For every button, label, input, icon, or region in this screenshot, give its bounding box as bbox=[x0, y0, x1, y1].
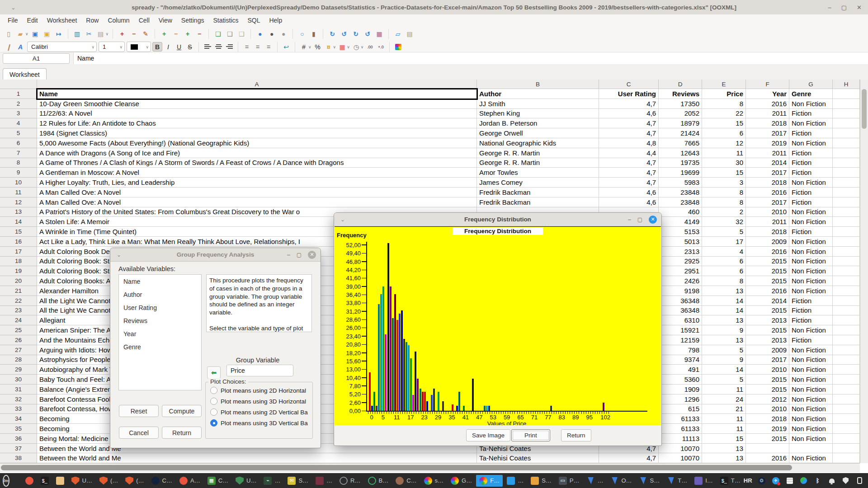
cell[interactable]: User Rating bbox=[599, 89, 659, 99]
row-header[interactable]: 34 bbox=[0, 414, 37, 424]
cell[interactable]: 36348 bbox=[659, 306, 702, 316]
cell[interactable]: 2013 bbox=[746, 335, 789, 345]
cell[interactable]: 4,6 bbox=[599, 197, 659, 207]
underline-button[interactable]: U bbox=[174, 42, 184, 52]
cell[interactable]: George R. R. Martin bbox=[477, 158, 599, 168]
cell[interactable]: 24 bbox=[702, 394, 746, 404]
export-icon[interactable]: ↦ bbox=[53, 28, 64, 39]
column-header-a[interactable]: A bbox=[37, 80, 477, 89]
cell[interactable]: 4,7 bbox=[599, 158, 659, 168]
cell[interactable]: Amor Towles bbox=[477, 168, 599, 178]
cell[interactable]: 2016 bbox=[746, 247, 789, 257]
fd-close-button[interactable]: ✕ bbox=[649, 216, 657, 224]
cell[interactable]: Non Fiction bbox=[789, 453, 833, 463]
cell[interactable]: 4,8 bbox=[599, 138, 659, 148]
cell[interactable]: 11/22/63: A Novel bbox=[37, 109, 477, 119]
taskbar-item[interactable]: … bbox=[583, 475, 606, 487]
row-header[interactable]: 11 bbox=[0, 188, 37, 197]
cell[interactable] bbox=[833, 266, 860, 276]
cell[interactable]: 2015 bbox=[746, 306, 789, 316]
cell[interactable]: 13 bbox=[702, 335, 746, 345]
dropdown-caret-icon[interactable]: ∨ bbox=[106, 32, 109, 36]
cell[interactable]: 2019 bbox=[746, 424, 789, 434]
sheet-tab-worksheet[interactable]: Worksheet bbox=[3, 68, 47, 80]
cell[interactable]: 18979 bbox=[659, 118, 702, 128]
cell[interactable]: 13 bbox=[702, 286, 746, 296]
strikethrough-button[interactable]: S bbox=[185, 42, 195, 52]
variable-item-year[interactable]: Year bbox=[119, 327, 201, 340]
cell[interactable]: 21424 bbox=[659, 128, 702, 138]
cell[interactable] bbox=[833, 325, 860, 335]
cell[interactable]: Non Fiction bbox=[789, 345, 833, 355]
cell[interactable]: Non Fiction bbox=[789, 355, 833, 365]
gfa-minimize-button[interactable]: – bbox=[287, 252, 290, 258]
cell[interactable]: 2017 bbox=[746, 168, 789, 178]
taskbar-item[interactable]: $_ bbox=[38, 475, 52, 487]
transform-icon[interactable]: ▦ bbox=[374, 28, 385, 39]
row-header[interactable]: 1 bbox=[0, 89, 37, 99]
cell[interactable]: Fredrik Backman bbox=[477, 197, 599, 207]
cell[interactable]: Fiction bbox=[789, 148, 833, 158]
row-header[interactable]: 15 bbox=[0, 227, 37, 237]
gfa-window-menu-icon[interactable]: ⌄ bbox=[117, 252, 121, 258]
percent-format-button[interactable]: % bbox=[313, 42, 323, 52]
unmerge-button[interactable]: = bbox=[264, 42, 274, 52]
cell[interactable]: 9374 bbox=[659, 355, 702, 365]
close-button[interactable]: ✕ bbox=[857, 4, 862, 11]
cell[interactable]: Fiction bbox=[789, 306, 833, 316]
delete-column-icon[interactable]: − bbox=[194, 28, 205, 39]
cell[interactable]: Non Fiction bbox=[789, 365, 833, 375]
cell[interactable] bbox=[833, 89, 860, 99]
menu-settings[interactable]: Settings bbox=[177, 16, 208, 25]
taskbar-item[interactable]: I… bbox=[691, 475, 716, 487]
taskbar-item[interactable]: C… bbox=[148, 475, 175, 487]
row-header[interactable]: 4 bbox=[0, 118, 37, 128]
cell[interactable] bbox=[833, 394, 860, 404]
cell[interactable]: Non Fiction bbox=[789, 424, 833, 434]
cell[interactable]: 5 bbox=[702, 375, 746, 385]
cell[interactable]: Non Fiction bbox=[789, 118, 833, 128]
cell[interactable] bbox=[833, 128, 860, 138]
vertical-scrollbar-thumb[interactable] bbox=[862, 89, 867, 129]
cell[interactable]: 2018 bbox=[746, 118, 789, 128]
cell[interactable]: 4,7 bbox=[599, 99, 659, 109]
cell[interactable]: Name bbox=[37, 89, 477, 99]
row-header[interactable]: 2 bbox=[0, 99, 37, 109]
paste-icon[interactable]: ▤ bbox=[95, 28, 106, 39]
cell[interactable]: 19699 bbox=[659, 168, 702, 178]
new-document-icon[interactable]: ▯ bbox=[3, 28, 14, 39]
cell[interactable]: 2015 bbox=[746, 434, 789, 444]
menu-file[interactable]: File bbox=[4, 16, 22, 25]
row-header[interactable]: 8 bbox=[0, 158, 37, 168]
cell[interactable]: 2018 bbox=[746, 227, 789, 237]
cell[interactable]: Non Fiction bbox=[789, 414, 833, 424]
cell[interactable]: Fiction bbox=[789, 109, 833, 119]
row-header[interactable]: 25 bbox=[0, 325, 37, 335]
rotate-alert-icon[interactable]: ↺ bbox=[362, 28, 373, 39]
cell[interactable]: 8 bbox=[702, 188, 746, 197]
cell[interactable]: 2011 bbox=[746, 148, 789, 158]
cell[interactable] bbox=[833, 217, 860, 227]
row-header[interactable]: 3 bbox=[0, 109, 37, 119]
cell[interactable]: 2015 bbox=[746, 325, 789, 335]
dropdown-caret-icon[interactable]: ∨ bbox=[333, 45, 336, 49]
gfa-maximize-button[interactable]: ▢ bbox=[297, 252, 302, 258]
cell[interactable] bbox=[833, 237, 860, 247]
taskbar-item[interactable]: U… bbox=[232, 475, 259, 487]
row-header[interactable]: 7 bbox=[0, 148, 37, 158]
variable-item-reviews[interactable]: Reviews bbox=[119, 314, 201, 327]
row-header[interactable]: 19 bbox=[0, 266, 37, 276]
remove-cell-icon[interactable]: − bbox=[128, 28, 139, 39]
cell[interactable] bbox=[833, 178, 860, 188]
add-cell-icon[interactable]: + bbox=[117, 28, 127, 39]
row-header[interactable]: 24 bbox=[0, 315, 37, 325]
row-header[interactable]: 38 bbox=[0, 453, 37, 463]
row-header[interactable]: 33 bbox=[0, 404, 37, 414]
menu-sql[interactable]: SQL bbox=[243, 16, 264, 25]
remove-decimal-button[interactable]: +.0 bbox=[376, 42, 386, 52]
cell[interactable] bbox=[833, 118, 860, 128]
web-globe-add-icon[interactable]: ● bbox=[255, 28, 265, 39]
add-decimal-button[interactable]: .00 bbox=[365, 42, 375, 52]
cell[interactable]: 2013 bbox=[746, 315, 789, 325]
row-header[interactable]: 27 bbox=[0, 345, 37, 355]
